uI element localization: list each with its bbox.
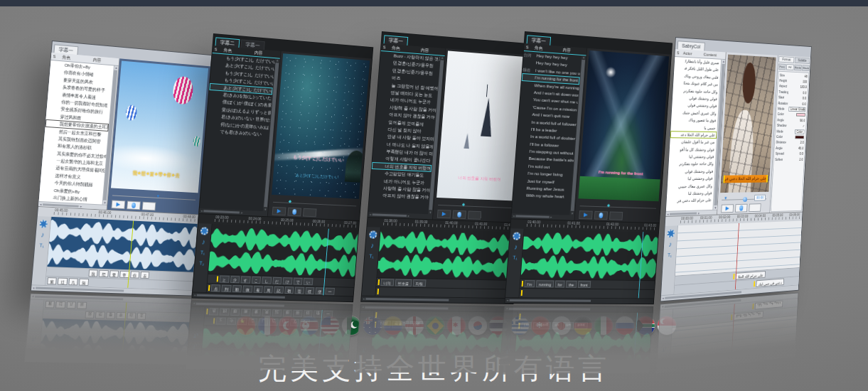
subtitle-block[interactable]: 微 xyxy=(241,309,251,316)
subtitle-block[interactable]: し xyxy=(258,318,268,326)
subtitle-block[interactable]: と xyxy=(220,275,230,282)
subtitle-block[interactable]: 点 xyxy=(209,308,219,315)
scroll-right-icon[interactable]: ▸ xyxy=(80,204,82,208)
subtitle-block[interactable]: 几 xyxy=(68,278,78,285)
stop-button[interactable] xyxy=(468,210,481,219)
role-column-header[interactable]: 角色 xyxy=(57,53,75,61)
subtitle-block[interactable]: 周 xyxy=(262,309,272,316)
scroll-right-icon[interactable]: ▸ xyxy=(698,211,700,215)
audio-waveform[interactable] xyxy=(38,318,189,364)
subtitle-block[interactable]: 带 xyxy=(116,312,125,319)
subtitle-block[interactable]: で xyxy=(293,278,302,285)
playhead[interactable] xyxy=(632,313,638,375)
subtitle-block[interactable]: 去 xyxy=(136,313,146,320)
subtitle-block[interactable]: で xyxy=(290,319,299,326)
subtitle-track-icon[interactable] xyxy=(510,254,519,262)
playhead[interactable] xyxy=(317,310,323,370)
lyric-row[interactable]: قولي وحشتك كل ما أقولك xyxy=(670,146,717,154)
subtitle-track-icon[interactable] xyxy=(37,241,46,250)
subtitle-block[interactable]: 一 xyxy=(323,311,333,318)
subtitle-block[interactable]: 你 xyxy=(130,271,139,278)
play-button[interactable] xyxy=(272,207,286,216)
music-note-track-icon[interactable] xyxy=(359,357,368,365)
timeline-scrollbar[interactable]: ◂ xyxy=(360,305,513,313)
scroll-left-icon[interactable]: ◂ xyxy=(193,302,195,306)
lyric-row[interactable]: من غير ما أقول علشان خاطرك xyxy=(670,138,717,146)
subtitle-block[interactable]: 則 xyxy=(220,309,230,316)
play-button[interactable] xyxy=(579,210,593,219)
subtitle-block[interactable]: I'm xyxy=(521,322,532,329)
audio-waveform[interactable] xyxy=(520,229,658,281)
subtitle-block[interactable]: 我 xyxy=(85,311,95,318)
props-tab[interactable]: Subtitle xyxy=(795,57,810,64)
subtitle-block[interactable]: す xyxy=(237,318,247,325)
scrollbar-thumb[interactable] xyxy=(365,306,449,310)
subtitle-block[interactable]: 点 xyxy=(211,284,221,291)
scroll-down-icon[interactable]: ▼ xyxy=(714,206,717,210)
scroll-left-icon[interactable]: ◂ xyxy=(363,297,365,301)
music-note-track-icon[interactable] xyxy=(511,242,520,250)
subtitle-block[interactable]: い xyxy=(304,278,313,285)
scroll-left-icon[interactable]: ◂ xyxy=(506,307,508,311)
scroll-down-icon[interactable]: ▼ xyxy=(429,210,432,214)
subtitle-block[interactable]: 想 xyxy=(95,311,105,318)
subtitle-block[interactable]: the xyxy=(563,322,574,329)
timeline-scrollbar[interactable]: ◂ xyxy=(504,306,653,313)
subtitle-block[interactable]: 지워 xyxy=(409,321,423,328)
subtitle-block[interactable]: for xyxy=(552,322,562,329)
music-note-track-icon[interactable] xyxy=(28,346,38,354)
scroll-left-icon[interactable]: ◂ xyxy=(200,209,203,213)
subtitle-block[interactable]: running xyxy=(536,280,554,287)
subtitle-block[interactable]: 則 xyxy=(222,285,232,292)
scroll-left-icon[interactable]: ◂ xyxy=(362,306,364,309)
subtitle-block[interactable]: 知 xyxy=(77,301,87,309)
subtitle-block[interactable]: 知 xyxy=(79,279,89,286)
record-button[interactable] xyxy=(735,204,748,213)
playhead[interactable] xyxy=(121,302,127,364)
subtitle-block[interactable]: 지워 xyxy=(413,279,427,286)
subtitle-block[interactable]: 記 xyxy=(274,286,283,294)
slider-track[interactable] xyxy=(580,205,656,208)
subtitle-block[interactable]: す xyxy=(240,276,250,283)
scrollbar-thumb[interactable] xyxy=(35,296,123,301)
subtitle-block[interactable]: 少 xyxy=(227,318,237,325)
lyric-row[interactable]: وكل حاجة حلوة بتفكرني بيك xyxy=(668,161,715,168)
subtitle-block[interactable]: for xyxy=(555,281,565,288)
scroll-left-icon[interactable]: ◂ xyxy=(662,305,663,309)
subtitle-block[interactable]: 芸 xyxy=(295,286,304,294)
scroll-left-icon[interactable]: ◂ xyxy=(32,295,34,299)
subtitle-track-icon[interactable] xyxy=(360,346,369,354)
film-reel-track-icon[interactable] xyxy=(513,232,521,240)
record-button[interactable] xyxy=(287,208,301,217)
subtitle-block[interactable]: 記 xyxy=(272,309,282,316)
play-button[interactable] xyxy=(722,204,734,213)
scroll-left-icon[interactable]: ◂ xyxy=(370,213,372,216)
subtitle-block[interactable]: し xyxy=(262,277,272,284)
record-button[interactable] xyxy=(127,201,141,210)
timeline-scrollbar[interactable]: ◂ xyxy=(31,294,191,304)
slider-track[interactable] xyxy=(438,205,516,208)
subtitle-block[interactable]: 너의 xyxy=(380,279,394,286)
subtitle-block[interactable]: 几 xyxy=(66,301,76,309)
stop-button[interactable] xyxy=(749,203,761,212)
timeline-scrollbar[interactable]: ◂ xyxy=(505,297,653,304)
record-button[interactable] xyxy=(594,211,608,220)
prop-dropdown[interactable]: Linear Gradient xyxy=(788,107,805,112)
scrollbar-thumb[interactable] xyxy=(43,203,79,208)
audio-waveform[interactable] xyxy=(208,224,358,278)
scrollbar-thumb[interactable] xyxy=(204,210,240,213)
subtitle-block[interactable]: 你 xyxy=(127,312,136,319)
stop-button[interactable] xyxy=(609,212,623,220)
film-reel-track-icon[interactable] xyxy=(39,220,48,228)
subtitle-block[interactable]: front xyxy=(574,322,587,329)
subtitle-block[interactable]: 번호를 xyxy=(395,279,412,286)
props-subtab[interactable]: Border xyxy=(794,65,802,71)
subtitle-block[interactable]: 过 xyxy=(58,278,68,285)
props-tab[interactable]: Format xyxy=(778,56,794,63)
slider-marker-icon[interactable]: ◆ xyxy=(461,200,465,208)
audio-waveform[interactable] xyxy=(513,331,651,375)
subtitle-block[interactable]: دعني في حبي ليك xyxy=(754,301,783,310)
audio-waveform[interactable] xyxy=(377,227,518,280)
scrollbar-thumb[interactable] xyxy=(510,299,591,302)
scroll-left-icon[interactable]: ◂ xyxy=(513,214,515,218)
